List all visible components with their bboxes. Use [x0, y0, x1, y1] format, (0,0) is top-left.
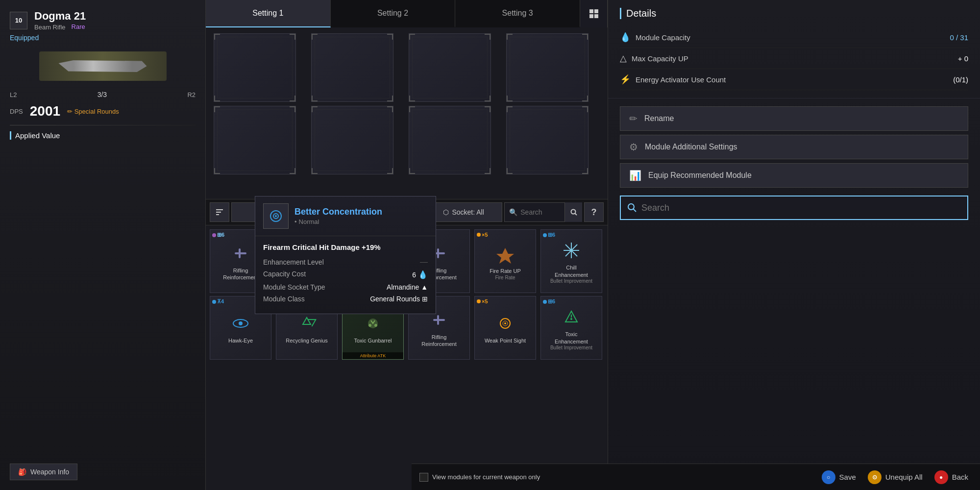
save-label: Save — [839, 473, 856, 481]
bottom-actions: ○ Save ⊙ Unequip All ● Back — [608, 464, 980, 490]
tab-setting2[interactable]: Setting 2 — [331, 0, 456, 27]
tooltip-module-icon — [267, 207, 285, 225]
svg-point-27 — [368, 324, 371, 327]
ammo-l2: L2 — [10, 91, 17, 98]
module-slot-2[interactable] — [311, 33, 393, 102]
module-additional-settings-button[interactable]: ⚙ Module Additional Settings — [620, 135, 968, 159]
module-slot-5[interactable] — [214, 106, 296, 174]
tooltip-row-class: Module Class General Rounds ⊞ — [263, 295, 428, 303]
right-panel: Details 💧 Module Capacity 0 / 31 △ Max C… — [608, 0, 980, 490]
search-button[interactable] — [564, 202, 582, 222]
module-slot-6[interactable] — [311, 106, 393, 174]
checkbox-box — [419, 473, 428, 482]
module-name-11: Weak Point Sight — [485, 337, 526, 344]
weapon-info-button[interactable]: 🎒 Weapon Info — [10, 464, 77, 480]
tooltip-row-enhance: Enhancement Level — [263, 258, 428, 266]
socket-label: Socket: All — [452, 208, 484, 216]
module-icon-8 — [295, 312, 318, 335]
module-slot-3[interactable] — [409, 33, 491, 102]
tooltip-capacity-label: Capacity Cost — [263, 270, 306, 279]
search-icon — [570, 208, 578, 216]
rename-button[interactable]: ✏ Rename — [620, 106, 968, 131]
module-icon-5 — [493, 242, 517, 266]
module-sub-5: Fire Rate — [495, 275, 515, 280]
module-name-7: Hawk-Eye — [228, 337, 253, 344]
back-action[interactable]: ● Back — [934, 470, 968, 484]
tooltip-row-socket: Module Socket Type Almandine ▲ — [263, 283, 428, 291]
equip-recommended-button[interactable]: 📊 Equip Recommended Module — [620, 163, 968, 188]
energy-value: (0/1) — [953, 75, 968, 84]
settings-icon: ⚙ — [629, 141, 638, 153]
help-button[interactable]: ? — [584, 202, 604, 222]
tooltip-header: Better Concentration •Normal — [255, 196, 436, 236]
tooltip-subtitle: •Normal — [294, 218, 382, 225]
svg-point-39 — [275, 215, 277, 217]
socket-filter-button[interactable]: ⬡ Socket: All — [425, 202, 502, 222]
tab-grid-icon[interactable] — [580, 0, 608, 27]
module-sub-6: Bullet Improvement — [550, 278, 592, 284]
tooltip-enhance-value — [420, 258, 428, 266]
module-slot-4[interactable] — [506, 33, 588, 102]
weapon-image — [34, 47, 172, 86]
module-capacity-value: 0 / 31 — [950, 33, 968, 42]
recommended-icon: 📊 — [629, 170, 641, 181]
weapon-type: Beam Rifle — [34, 24, 66, 31]
module-badge-6: ⊞6 — [543, 232, 555, 238]
dps-label: DPS — [10, 108, 23, 115]
svg-line-41 — [634, 209, 637, 212]
module-slot-8[interactable] — [506, 106, 588, 174]
svg-rect-18 — [437, 248, 439, 258]
tab-setting3[interactable]: Setting 3 — [455, 0, 580, 27]
tooltip-row-capacity: Capacity Cost 6 💧 — [263, 270, 428, 279]
svg-point-28 — [374, 324, 377, 327]
module-capacity-icon: 💧 — [620, 32, 631, 43]
max-capacity-icon: △ — [620, 53, 627, 64]
module-icon-12 — [560, 305, 583, 329]
module-search-input[interactable] — [641, 203, 961, 213]
weapon-header: 10 Dogma 21 Beam Rifle Rare — [10, 10, 196, 31]
detail-row-max-capacity: △ Max Capacity UP + 0 — [620, 48, 968, 69]
module-name-9: Toxic Gunbarrel — [354, 337, 392, 344]
module-badge-7: ⊼4 — [212, 298, 224, 305]
module-card-fire-rate[interactable]: ×5 Fire Rate UP Fire Rate — [474, 229, 536, 293]
module-card-chill[interactable]: ⊞6 ChillEnhancement Bullet Improvement — [540, 229, 602, 293]
current-weapon-checkbox[interactable]: View modules for current weapon only — [419, 473, 540, 482]
save-key: ○ — [822, 470, 835, 484]
tooltip-socket-label: Module Socket Type — [263, 283, 325, 291]
weapon-info-label: Weapon Info — [30, 468, 69, 476]
svg-rect-1 — [594, 9, 598, 13]
module-icon-11 — [493, 312, 517, 335]
module-search-bar[interactable] — [620, 196, 968, 220]
tooltip-effect: Firearm Critical Hit Damage +19% — [263, 243, 428, 251]
save-action[interactable]: ○ Save — [822, 470, 856, 484]
weapon-name: Dogma 21 — [34, 10, 86, 23]
sort-icon — [215, 208, 224, 217]
detail-row-module-capacity: 💧 Module Capacity 0 / 31 — [620, 27, 968, 48]
module-slot-1[interactable] — [214, 33, 296, 102]
module-slot-7[interactable] — [409, 106, 491, 174]
module-name-6: ChillEnhancement — [555, 264, 588, 278]
unequip-all-action[interactable]: ⊙ Unequip All — [868, 470, 923, 484]
sort-direction-button[interactable] — [210, 202, 229, 222]
grid-icon — [588, 8, 599, 19]
module-search-section — [608, 196, 980, 228]
back-label: Back — [952, 473, 968, 481]
tooltip-body: Firearm Critical Hit Damage +19% Enhance… — [255, 236, 436, 314]
module-card-toxic-enhancement[interactable]: ⊞6 ToxicEnhancement Bullet Improvement — [540, 296, 602, 360]
back-key: ● — [934, 470, 948, 484]
dps-value: 2001 — [30, 103, 60, 119]
tooltip-class-value: General Rounds ⊞ — [370, 295, 428, 303]
module-name-1: RiflingReinforcement — [223, 267, 258, 281]
module-card-weak-point[interactable]: ×5 Weak Point Sight — [474, 296, 536, 360]
svg-rect-2 — [589, 14, 593, 18]
action-buttons: ✏ Rename ⚙ Module Additional Settings 📊 … — [608, 98, 980, 196]
equip-recommended-label: Equip Recommended Module — [648, 171, 752, 180]
module-slot-grid — [206, 27, 608, 199]
divider — [10, 125, 196, 125]
svg-point-25 — [239, 321, 243, 325]
max-capacity-label: Max Capacity UP — [632, 54, 688, 63]
module-badge-12: ⊞6 — [543, 298, 555, 305]
weapon-level-badge: 10 — [10, 12, 27, 29]
module-additional-label: Module Additional Settings — [645, 143, 737, 151]
tab-setting1[interactable]: Setting 1 — [206, 0, 331, 27]
